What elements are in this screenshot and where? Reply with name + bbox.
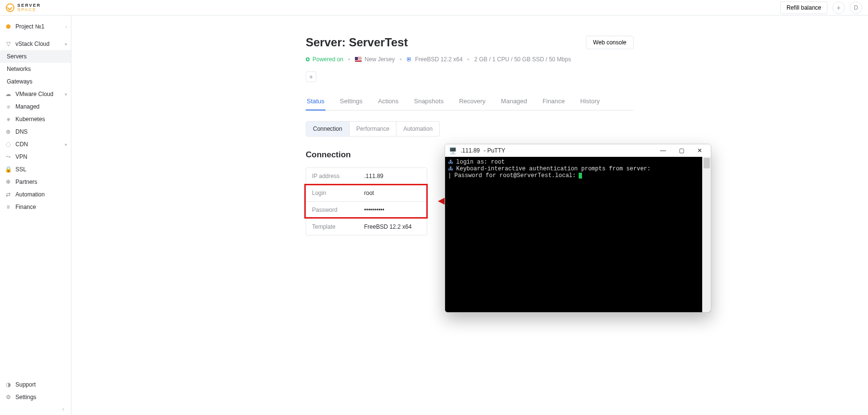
sidebar-item-cdn[interactable]: ◌ CDN ▾ xyxy=(0,138,71,151)
subtab-automation[interactable]: Automation xyxy=(396,122,439,136)
logo-mark-icon xyxy=(6,3,14,12)
putty-title-app: - PuTTY xyxy=(484,147,505,154)
sidebar-item-label: DNS xyxy=(15,128,27,135)
separator-dot xyxy=(467,58,469,60)
sidebar-item-vstack[interactable]: ▽ vStack Cloud ▾ xyxy=(0,38,71,50)
tab-status[interactable]: Status xyxy=(306,93,326,111)
sidebar-item-finance[interactable]: ≡ Finance xyxy=(0,201,71,213)
connection-row-password: Password •••••••••• xyxy=(306,202,427,219)
topbar: SERVERSPACE Refill balance + D xyxy=(0,0,868,15)
tab-recovery[interactable]: Recovery xyxy=(458,93,487,111)
sidebar-item-label: VPN xyxy=(15,153,27,160)
tab-history[interactable]: History xyxy=(579,93,600,111)
server-os: FreeBSD 12.2 x64 xyxy=(415,56,463,63)
tab-actions[interactable]: Actions xyxy=(377,93,400,111)
add-tag-button[interactable]: + xyxy=(306,71,316,82)
sidebar-item-label: CDN xyxy=(15,141,28,148)
sidebar-item-project[interactable]: ⬢ Project №1 › xyxy=(0,20,71,33)
maximize-button[interactable]: ▢ xyxy=(674,144,689,157)
web-console-button[interactable]: Web console xyxy=(586,36,634,49)
connection-value-login[interactable]: root xyxy=(360,185,427,201)
terminal-line: login as: root xyxy=(456,159,505,166)
server-meta: Powered on New Jersey ⛨ FreeBSD 12.2 x64 xyxy=(306,56,571,63)
connection-table: IP address .111.89 Login root Password •… xyxy=(306,167,427,235)
server-specs: 2 GB / 1 CPU / 50 GB SSD / 50 Mbps xyxy=(474,56,571,63)
sidebar-item-label: Servers xyxy=(7,53,27,60)
sidebar: ⬢ Project №1 › ▽ vStack Cloud ▾ Servers … xyxy=(0,15,71,415)
sidebar-item-support[interactable]: ◑ Support xyxy=(0,378,71,391)
sidebar-item-managed[interactable]: ⍟ Managed xyxy=(0,100,71,113)
connection-value-password[interactable]: •••••••••• xyxy=(360,202,427,218)
sidebar-item-vmware[interactable]: ☁ VMware Cloud ▾ xyxy=(0,88,71,100)
terminal-prompt-icon: 🖧 xyxy=(448,159,453,166)
connection-row-login: Login root xyxy=(306,185,427,202)
subtab-connection[interactable]: Connection xyxy=(306,122,350,136)
page-title: Server: ServerTest xyxy=(306,36,571,49)
sidebar-item-label: Project №1 xyxy=(15,23,44,30)
sidebar-item-gateways[interactable]: Gateways xyxy=(0,75,71,88)
sidebar-item-label: Finance xyxy=(15,204,36,210)
finance-icon: ≡ xyxy=(5,204,12,210)
terminal-cursor xyxy=(579,173,582,179)
add-button[interactable]: + xyxy=(832,1,845,14)
terminal-line: Keyboard-interactive authentication prom… xyxy=(456,166,651,172)
tab-finance[interactable]: Finance xyxy=(542,93,566,111)
sidebar-item-settings[interactable]: ⚙ Settings xyxy=(0,391,71,403)
sidebar-item-partners[interactable]: ✻ Partners xyxy=(0,176,71,188)
putty-titlebar[interactable]: 🖥️ .111.89 - PuTTY — ▢ ✕ xyxy=(445,144,711,157)
sidebar-item-networks[interactable]: Networks xyxy=(0,63,71,75)
connection-value-ip[interactable]: .111.89 xyxy=(360,168,427,184)
automation-icon: ⇄ xyxy=(5,191,12,198)
sidebar-item-automation[interactable]: ⇄ Automation xyxy=(0,188,71,201)
subtab-performance[interactable]: Performance xyxy=(350,122,397,136)
cloud-icon: ☁ xyxy=(5,91,12,97)
connection-label: Password xyxy=(306,202,360,218)
sidebar-item-label: Networks xyxy=(7,66,31,72)
putty-terminal[interactable]: 🖧 login as: root 🖧 Keyboard-interactive … xyxy=(445,157,711,312)
connection-label: Login xyxy=(306,185,360,201)
putty-title-ip: .111.89 xyxy=(461,147,480,154)
chevron-down-icon: ▾ xyxy=(65,42,67,47)
tab-managed[interactable]: Managed xyxy=(500,93,528,111)
sidebar-collapse-button[interactable]: ‹ xyxy=(0,403,71,415)
partners-icon: ✻ xyxy=(5,179,12,185)
chevron-down-icon: ▾ xyxy=(65,142,67,147)
power-icon xyxy=(306,57,310,61)
sidebar-item-kubernetes[interactable]: ⎈ Kubernetes xyxy=(0,113,71,125)
gear-icon: ⚙ xyxy=(5,394,12,401)
putty-scrollbar[interactable] xyxy=(702,157,711,312)
main: Server: ServerTest Powered on New Jersey xyxy=(71,15,868,415)
sidebar-item-servers[interactable]: Servers xyxy=(0,50,71,63)
minimize-button[interactable]: — xyxy=(656,144,670,157)
status-subtabs: Connection Performance Automation xyxy=(306,121,440,137)
terminal-prompt-icon: 🖧 xyxy=(448,166,453,172)
power-state: Powered on xyxy=(306,56,343,63)
putty-window[interactable]: 🖥️ .111.89 - PuTTY — ▢ ✕ 🖧 login as: roo… xyxy=(445,144,711,313)
scrollbar-thumb[interactable] xyxy=(704,158,710,168)
refill-balance-button[interactable]: Refill balance xyxy=(780,1,827,14)
avatar[interactable]: D xyxy=(850,1,862,14)
tab-snapshots[interactable]: Snapshots xyxy=(413,93,444,111)
shield-icon: ⛨ xyxy=(407,56,412,63)
stack-icon: ▽ xyxy=(5,41,12,47)
chevron-down-icon: ▾ xyxy=(65,92,67,97)
sidebar-item-dns[interactable]: ⊕ DNS xyxy=(0,125,71,138)
logo[interactable]: SERVERSPACE xyxy=(6,3,41,12)
sidebar-item-label: Kubernetes xyxy=(15,116,45,123)
flag-us-icon xyxy=(355,57,362,62)
sidebar-item-label: Automation xyxy=(15,191,45,198)
separator-dot xyxy=(400,58,402,60)
sidebar-item-label: SSL xyxy=(15,166,27,173)
server-tabs: Status Settings Actions Snapshots Recove… xyxy=(306,93,634,111)
sidebar-item-vpn[interactable]: ⤳ VPN xyxy=(0,151,71,163)
separator-dot xyxy=(348,58,350,60)
power-state-label: Powered on xyxy=(312,56,343,63)
tab-settings[interactable]: Settings xyxy=(339,93,364,111)
sidebar-item-label: Gateways xyxy=(7,78,32,85)
close-button[interactable]: ✕ xyxy=(692,144,707,157)
terminal-line: Password for root@ServerTest.local: xyxy=(454,172,576,179)
connection-row-ip: IP address .111.89 xyxy=(306,168,427,185)
dns-icon: ⊕ xyxy=(5,128,12,135)
chevron-right-icon: › xyxy=(66,24,67,29)
sidebar-item-ssl[interactable]: 🔒 SSL xyxy=(0,163,71,176)
